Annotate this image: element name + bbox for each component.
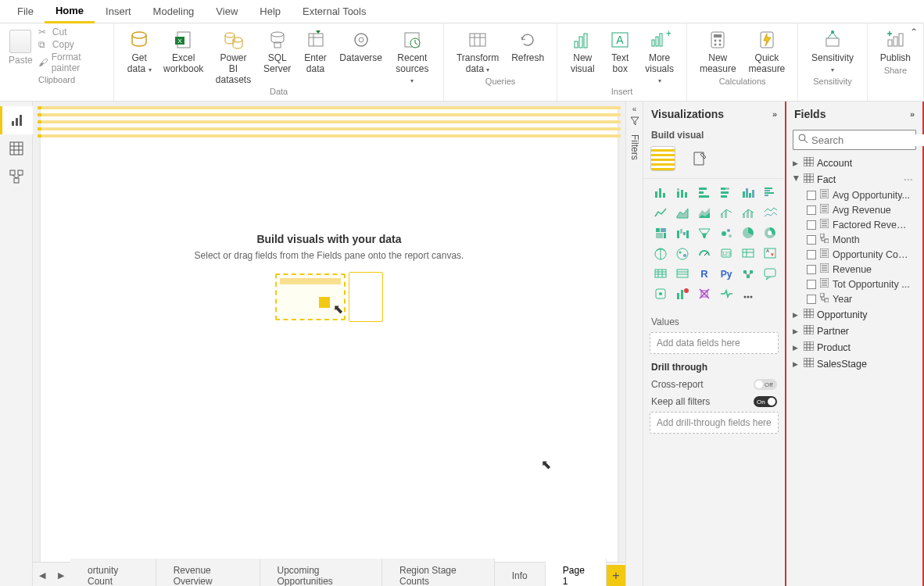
field-item[interactable]: Factored Revenue xyxy=(790,217,919,232)
table-account[interactable]: ▶Account xyxy=(790,155,919,171)
field-item[interactable]: Month xyxy=(790,232,919,247)
visual-type-14[interactable] xyxy=(695,224,714,241)
collapse-visualizations-icon[interactable]: » xyxy=(772,109,777,119)
menu-view[interactable]: View xyxy=(205,1,249,22)
visual-type-27[interactable]: Py xyxy=(717,265,736,282)
copy-button[interactable]: ⧉Copy xyxy=(38,39,107,50)
visual-type-22[interactable] xyxy=(739,245,757,262)
fields-search[interactable] xyxy=(793,130,916,150)
cut-button[interactable]: ✂Cut xyxy=(38,27,107,38)
menu-home[interactable]: Home xyxy=(45,0,95,23)
field-item[interactable]: Revenue xyxy=(790,262,919,277)
visual-type-1[interactable] xyxy=(673,184,692,201)
visual-type-26[interactable]: R xyxy=(695,265,714,282)
visual-type-9[interactable] xyxy=(717,204,736,221)
visual-type-12[interactable] xyxy=(651,224,670,241)
fields-search-input[interactable] xyxy=(811,134,924,146)
model-view-button[interactable] xyxy=(0,163,33,191)
report-view-button[interactable] xyxy=(0,106,33,134)
visual-type-8[interactable] xyxy=(695,204,714,221)
field-item[interactable]: Tot Opportunity ... xyxy=(790,277,919,291)
new-visual-button[interactable]: Newvisual xyxy=(564,27,601,75)
pbi-datasets-button[interactable]: Power BIdatasets xyxy=(209,27,258,85)
visual-type-2[interactable] xyxy=(695,184,714,201)
visual-type-4[interactable] xyxy=(739,184,757,201)
sql-server-button[interactable]: SQLServer xyxy=(258,27,297,75)
field-checkbox[interactable] xyxy=(807,250,816,259)
cross-report-toggle[interactable]: Off xyxy=(754,379,777,390)
visual-type-15[interactable] xyxy=(717,224,736,241)
text-box-button[interactable]: ATextbox xyxy=(601,27,639,75)
visual-type-23[interactable]: A▼ xyxy=(761,245,779,262)
visual-type-32[interactable] xyxy=(695,285,714,302)
enter-data-button[interactable]: Enterdata xyxy=(297,27,335,75)
field-checkbox[interactable] xyxy=(807,265,816,274)
dataverse-button[interactable]: Dataverse xyxy=(335,27,388,64)
visual-type-0[interactable] xyxy=(651,184,670,201)
field-item[interactable]: Opportunity Cou... xyxy=(790,247,919,262)
visual-type-24[interactable] xyxy=(651,265,670,282)
menu-help[interactable]: Help xyxy=(249,1,292,22)
collapse-ribbon-icon[interactable]: ⌃ xyxy=(910,27,918,38)
values-field-well[interactable]: Add data fields here xyxy=(650,332,779,354)
visual-type-29[interactable] xyxy=(761,265,779,282)
visual-type-20[interactable] xyxy=(695,245,714,262)
visual-type-18[interactable] xyxy=(651,245,670,262)
visual-type-33[interactable] xyxy=(717,285,736,302)
field-checkbox[interactable] xyxy=(807,191,816,200)
drill-through-field-well[interactable]: Add drill-through fields here xyxy=(650,412,779,434)
build-visual-tab[interactable] xyxy=(651,147,675,170)
visual-type-16[interactable] xyxy=(739,224,757,241)
table-partner[interactable]: ▶Partner xyxy=(790,323,919,339)
get-data-button[interactable]: Getdata ▾ xyxy=(120,27,158,75)
paste-button[interactable]: Paste xyxy=(9,53,33,66)
table-salesstage[interactable]: ▶SalesStage xyxy=(790,356,919,372)
field-checkbox[interactable] xyxy=(807,205,816,215)
field-checkbox[interactable] xyxy=(807,295,816,304)
menu-insert[interactable]: Insert xyxy=(95,1,142,22)
refresh-button[interactable]: Refresh xyxy=(505,27,550,64)
field-checkbox[interactable] xyxy=(807,220,816,230)
collapse-fields-icon[interactable]: » xyxy=(910,109,915,119)
quick-measure-button[interactable]: Quickmeasure xyxy=(743,27,792,75)
menu-file[interactable]: File xyxy=(6,1,45,22)
menu-modeling[interactable]: Modeling xyxy=(142,1,206,22)
visual-type-28[interactable] xyxy=(739,265,757,282)
field-item[interactable]: Avg Revenue xyxy=(790,202,919,217)
keep-filters-toggle[interactable]: On xyxy=(754,396,777,407)
transform-button[interactable]: Transformdata ▾ xyxy=(450,27,505,75)
visual-type-31[interactable] xyxy=(673,285,692,302)
excel-button[interactable]: XExcelworkbook xyxy=(158,27,209,75)
visual-type-7[interactable] xyxy=(673,204,692,221)
sensitivity-button[interactable]: Sensitivity ▾ xyxy=(804,27,860,75)
visual-type-11[interactable] xyxy=(761,204,779,221)
recent-sources-button[interactable]: Recentsources ▾ xyxy=(388,27,437,85)
visual-type-21[interactable]: 123 xyxy=(717,245,736,262)
table-fact[interactable]: ▶Fact⋯ xyxy=(790,171,919,188)
report-canvas[interactable]: Build visuals with your data Select or d… xyxy=(41,108,618,562)
field-checkbox[interactable] xyxy=(807,235,816,245)
more-visuals-button[interactable]: +Morevisuals ▾ xyxy=(639,27,680,85)
table-product[interactable]: ▶Product xyxy=(790,339,919,356)
visual-type-5[interactable] xyxy=(761,184,779,201)
visual-type-19[interactable] xyxy=(673,245,692,262)
field-item[interactable]: Avg Opportunity... xyxy=(790,188,919,202)
visual-type-17[interactable] xyxy=(761,224,779,241)
visual-type-34[interactable] xyxy=(739,285,757,302)
visual-type-6[interactable] xyxy=(651,204,670,221)
format-painter-button[interactable]: 🖌Format painter xyxy=(38,52,107,73)
more-icon[interactable]: ⋯ xyxy=(904,174,916,185)
visual-type-3[interactable] xyxy=(717,184,736,201)
field-item[interactable]: Year xyxy=(790,291,919,306)
visual-type-25[interactable] xyxy=(673,265,692,282)
data-view-button[interactable] xyxy=(0,134,33,163)
field-checkbox[interactable] xyxy=(807,280,816,289)
menu-external-tools[interactable]: External Tools xyxy=(292,1,377,22)
visual-type-10[interactable] xyxy=(739,204,757,221)
new-measure-button[interactable]: Newmeasure xyxy=(693,27,743,75)
table-opportunity[interactable]: ▶Opportunity xyxy=(790,306,919,323)
format-visual-tab[interactable] xyxy=(689,147,712,170)
visual-type-13[interactable] xyxy=(673,224,692,241)
filters-pane-collapsed[interactable]: « Filters xyxy=(625,102,643,586)
expand-filters-icon[interactable]: « xyxy=(632,105,637,113)
